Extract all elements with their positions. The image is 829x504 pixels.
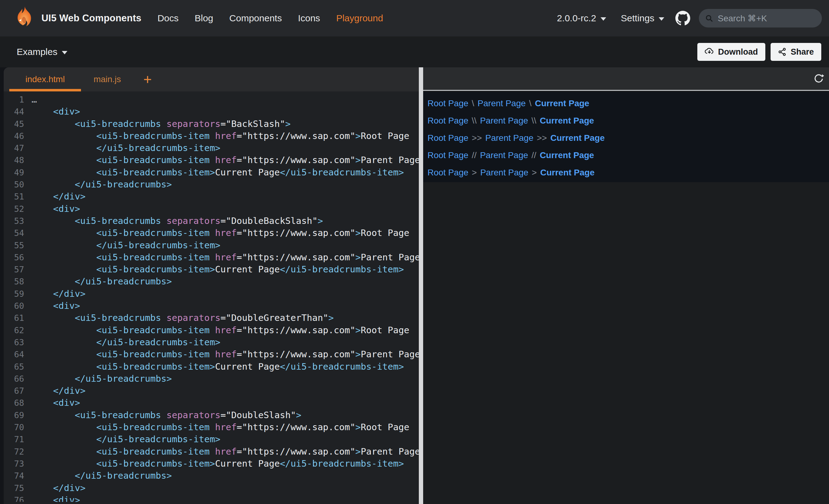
breadcrumb-link[interactable]: Root Page xyxy=(428,133,468,143)
code-line[interactable]: 51 </div> xyxy=(4,191,419,203)
breadcrumb-current[interactable]: Current Page xyxy=(550,133,605,143)
code-text: <ui5-breadcrumbs-item href="https://www.… xyxy=(32,154,419,166)
nav-link-playground[interactable]: Playground xyxy=(336,13,383,24)
code-line[interactable]: 48 <ui5-breadcrumbs-item href="https://w… xyxy=(4,154,419,166)
breadcrumbs-row: Root Page\\Parent Page\\Current Page xyxy=(423,112,829,129)
line-number: 69 xyxy=(4,409,24,421)
brand[interactable]: UI5 Web Components xyxy=(12,5,141,31)
chevron-down-icon xyxy=(62,51,67,54)
refresh-icon xyxy=(813,73,824,84)
breadcrumb-separator: >> xyxy=(472,133,482,143)
breadcrumb-separator: \\ xyxy=(472,116,477,126)
nav-link-components[interactable]: Components xyxy=(229,13,282,24)
code-line[interactable]: 1… xyxy=(4,93,419,106)
share-button[interactable]: Share xyxy=(770,43,821,61)
code-line[interactable]: 53 <ui5-breadcrumbs separators="DoubleBa… xyxy=(4,215,419,227)
code-line[interactable]: 54 <ui5-breadcrumbs-item href="https://w… xyxy=(4,227,419,239)
code-line[interactable]: 72 <ui5-breadcrumbs-item href="https://w… xyxy=(4,445,419,458)
cloud-download-icon xyxy=(705,47,714,56)
breadcrumbs-row: Root Page>>Parent Page>>Current Page xyxy=(423,129,829,147)
code-line[interactable]: 68 <div> xyxy=(4,397,419,409)
tab-main-js[interactable]: main.js xyxy=(81,67,134,91)
code-line[interactable]: 69 <ui5-breadcrumbs separators="DoubleSl… xyxy=(4,409,419,421)
code-text: <ui5-breadcrumbs-item href="https://www.… xyxy=(32,324,409,336)
code-line[interactable]: 49 <ui5-breadcrumbs-item>Current Page</u… xyxy=(4,166,419,179)
code-text: <ui5-breadcrumbs-item>Current Page</ui5-… xyxy=(32,263,404,275)
download-button[interactable]: Download xyxy=(697,43,765,61)
breadcrumb-link[interactable]: Parent Page xyxy=(480,116,528,126)
code-text: </ui5-breadcrumbs> xyxy=(32,275,172,287)
share-label: Share xyxy=(791,47,814,57)
nav-link-blog[interactable]: Blog xyxy=(195,13,213,24)
github-link[interactable] xyxy=(675,11,690,26)
code-line[interactable]: 52 <div> xyxy=(4,203,419,215)
breadcrumb-link[interactable]: Root Page xyxy=(428,150,468,160)
code-line[interactable]: 60 <div> xyxy=(4,300,419,312)
code-line[interactable]: 55 </ui5-breadcrumbs-item> xyxy=(4,239,419,251)
settings-dropdown[interactable]: Settings xyxy=(621,13,664,24)
breadcrumb-link[interactable]: Parent Page xyxy=(477,99,526,108)
code-line[interactable]: 63 </ui5-breadcrumbs-item> xyxy=(4,336,419,348)
code-text: </ui5-breadcrumbs-item> xyxy=(32,336,220,348)
line-number: 62 xyxy=(4,324,24,336)
add-tab-button[interactable] xyxy=(143,67,152,91)
version-label: 2.0.0-rc.2 xyxy=(557,13,596,24)
code-line[interactable]: 44 <div> xyxy=(4,106,419,118)
breadcrumb-link[interactable]: Parent Page xyxy=(480,168,529,178)
breadcrumb-current[interactable]: Current Page xyxy=(540,116,594,126)
code-text: … xyxy=(32,93,37,106)
code-line[interactable]: 75 </div> xyxy=(4,482,419,494)
breadcrumb-link[interactable]: Root Page xyxy=(428,116,468,126)
code-line[interactable]: 47 </ui5-breadcrumbs-item> xyxy=(4,142,419,154)
code-line[interactable]: 58 </ui5-breadcrumbs> xyxy=(4,275,419,287)
code-line[interactable]: 61 <ui5-breadcrumbs separators="DoubleGr… xyxy=(4,312,419,324)
tab-index-html[interactable]: index.html xyxy=(9,67,81,91)
code-text: <ui5-breadcrumbs-item href="https://www.… xyxy=(32,130,409,142)
line-number: 45 xyxy=(4,118,24,130)
code-line[interactable]: 65 <ui5-breadcrumbs-item>Current Page</u… xyxy=(4,361,419,373)
code-text: <ui5-breadcrumbs separators="BackSlash"> xyxy=(32,118,291,130)
breadcrumb-current[interactable]: Current Page xyxy=(540,168,595,178)
splitter-handle[interactable] xyxy=(419,67,423,504)
editor-tabbar: index.html main.js xyxy=(4,67,419,91)
refresh-button[interactable] xyxy=(813,73,824,84)
examples-dropdown[interactable]: Examples xyxy=(17,47,67,57)
nav-link-icons[interactable]: Icons xyxy=(298,13,320,24)
version-dropdown[interactable]: 2.0.0-rc.2 xyxy=(557,13,606,24)
code-text: </ui5-breadcrumbs> xyxy=(32,373,172,385)
code-line[interactable]: 57 <ui5-breadcrumbs-item>Current Page</u… xyxy=(4,263,419,275)
breadcrumb-link[interactable]: Root Page xyxy=(428,99,468,108)
tab-label: index.html xyxy=(25,74,65,84)
code-line[interactable]: 70 <ui5-breadcrumbs-item href="https://w… xyxy=(4,421,419,433)
code-line[interactable]: 56 <ui5-breadcrumbs-item href="https://w… xyxy=(4,251,419,263)
breadcrumb-link[interactable]: Root Page xyxy=(428,168,468,178)
breadcrumb-separator: > xyxy=(532,168,537,178)
code-text: </div> xyxy=(32,191,85,203)
code-line[interactable]: 71 </ui5-breadcrumbs-item> xyxy=(4,433,419,445)
code-line[interactable]: 76 <div> xyxy=(4,494,419,502)
breadcrumb-current[interactable]: Current Page xyxy=(540,150,594,160)
preview-frame: Root Page\Parent Page\Current PageRoot P… xyxy=(423,92,829,182)
search-input[interactable]: Search ⌘+K xyxy=(699,9,822,28)
code-line[interactable]: 67 </div> xyxy=(4,385,419,397)
code-line[interactable]: 46 <ui5-breadcrumbs-item href="https://w… xyxy=(4,130,419,142)
code-text: </div> xyxy=(32,482,85,494)
breadcrumb-link[interactable]: Parent Page xyxy=(485,133,534,143)
code-line[interactable]: 45 <ui5-breadcrumbs separators="BackSlas… xyxy=(4,118,419,130)
code-line[interactable]: 64 <ui5-breadcrumbs-item href="https://w… xyxy=(4,348,419,360)
code-line[interactable]: 50 </ui5-breadcrumbs> xyxy=(4,179,419,191)
code-text: <div> xyxy=(32,300,80,312)
code-line[interactable]: 74 </ui5-breadcrumbs> xyxy=(4,470,419,482)
code-line[interactable]: 62 <ui5-breadcrumbs-item href="https://w… xyxy=(4,324,419,336)
preview-toolbar xyxy=(423,67,829,91)
code-line[interactable]: 73 <ui5-breadcrumbs-item>Current Page</u… xyxy=(4,458,419,470)
nav-link-docs[interactable]: Docs xyxy=(157,13,178,24)
code-text: <ui5-breadcrumbs-item href="https://www.… xyxy=(32,348,419,360)
chevron-down-icon xyxy=(659,17,664,21)
code-line[interactable]: 66 </ui5-breadcrumbs> xyxy=(4,373,419,385)
code-area[interactable]: 1…44 <div>45 <ui5-breadcrumbs separators… xyxy=(4,91,419,502)
code-text: <div> xyxy=(32,203,80,215)
breadcrumb-link[interactable]: Parent Page xyxy=(480,150,528,160)
breadcrumb-current[interactable]: Current Page xyxy=(535,99,589,108)
code-line[interactable]: 59 </div> xyxy=(4,288,419,300)
